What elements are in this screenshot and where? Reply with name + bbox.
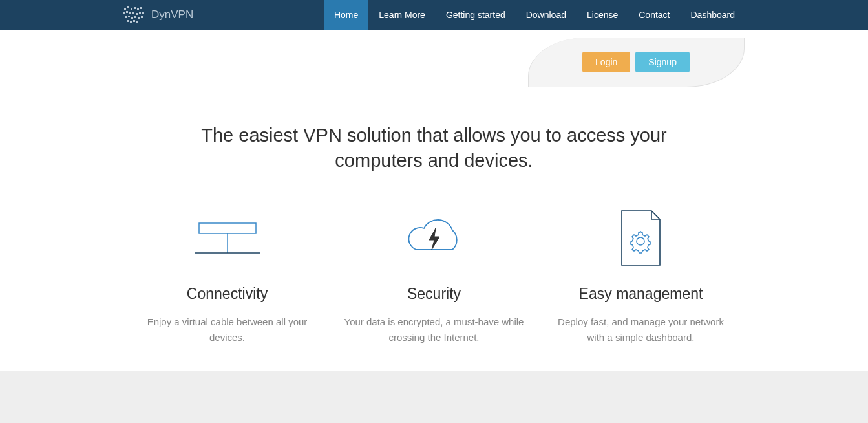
svg-rect-5	[140, 7, 142, 9]
svg-rect-20	[130, 21, 132, 23]
nav-label: License	[587, 10, 618, 20]
svg-rect-10	[136, 13, 138, 15]
nav-label: Learn More	[379, 10, 425, 20]
svg-rect-6	[123, 12, 125, 14]
feature-title: Connectivity	[137, 285, 318, 303]
connectivity-icon	[137, 209, 318, 267]
nav-label: Dashboard	[691, 10, 736, 20]
nav-label: Download	[526, 10, 566, 20]
svg-rect-15	[131, 17, 133, 19]
svg-rect-14	[128, 16, 130, 17]
brand-name: DynVPN	[151, 8, 193, 21]
svg-rect-3	[134, 7, 136, 9]
login-button[interactable]: Login	[582, 52, 630, 72]
features-row: Connectivity Enjoy a virtual cable betwe…	[124, 209, 745, 371]
svg-rect-11	[139, 12, 141, 14]
signup-button[interactable]: Signup	[635, 52, 690, 72]
svg-rect-21	[133, 20, 135, 22]
footer-band	[0, 371, 868, 423]
security-icon	[344, 209, 525, 267]
feature-description: Your data is encrypted, a must-have whil…	[344, 314, 525, 345]
svg-rect-4	[137, 8, 139, 10]
nav-item-download[interactable]: Download	[516, 0, 577, 30]
nav-items: Home Learn More Getting started Download…	[324, 0, 745, 30]
nav-item-contact[interactable]: Contact	[628, 0, 680, 30]
management-icon	[551, 209, 732, 267]
feature-title: Easy management	[551, 285, 732, 303]
nav-label: Home	[334, 10, 358, 20]
feature-description: Deploy fast, and manage your network wit…	[551, 314, 732, 345]
brand[interactable]: DynVPN	[123, 5, 193, 25]
svg-rect-9	[132, 12, 134, 14]
svg-rect-18	[141, 16, 143, 18]
brand-logo-icon	[123, 5, 145, 25]
nav-item-license[interactable]: License	[577, 0, 628, 30]
svg-rect-12	[142, 12, 144, 14]
svg-rect-16	[134, 16, 136, 18]
hero-headline: The easiest VPN solution that allows you…	[182, 123, 686, 173]
nav-item-learn-more[interactable]: Learn More	[368, 0, 436, 30]
nav-item-dashboard[interactable]: Dashboard	[681, 0, 746, 30]
nav-label: Getting started	[446, 10, 505, 20]
feature-security: Security Your data is encrypted, a must-…	[331, 209, 538, 345]
svg-rect-22	[136, 21, 138, 23]
svg-rect-2	[131, 8, 132, 10]
svg-rect-17	[138, 17, 140, 19]
svg-rect-13	[125, 16, 127, 18]
feature-connectivity: Connectivity Enjoy a virtual cable betwe…	[124, 209, 331, 345]
svg-point-26	[637, 237, 644, 245]
auth-panel: Login Signup	[528, 38, 745, 87]
feature-title: Security	[344, 285, 525, 303]
nav-item-getting-started[interactable]: Getting started	[436, 0, 516, 30]
navbar: DynVPN Home Learn More Getting started D…	[0, 0, 868, 30]
svg-rect-1	[127, 6, 129, 8]
svg-rect-8	[129, 12, 131, 14]
hero: The easiest VPN solution that allows you…	[124, 87, 745, 173]
svg-rect-0	[124, 8, 126, 10]
feature-description: Enjoy a virtual cable between all your d…	[137, 314, 318, 345]
svg-rect-19	[127, 20, 129, 22]
feature-management: Easy management Deploy fast, and manage …	[538, 209, 745, 345]
svg-rect-23	[199, 223, 256, 233]
nav-item-home[interactable]: Home	[324, 0, 368, 30]
nav-label: Contact	[639, 10, 670, 20]
svg-rect-7	[126, 11, 128, 13]
